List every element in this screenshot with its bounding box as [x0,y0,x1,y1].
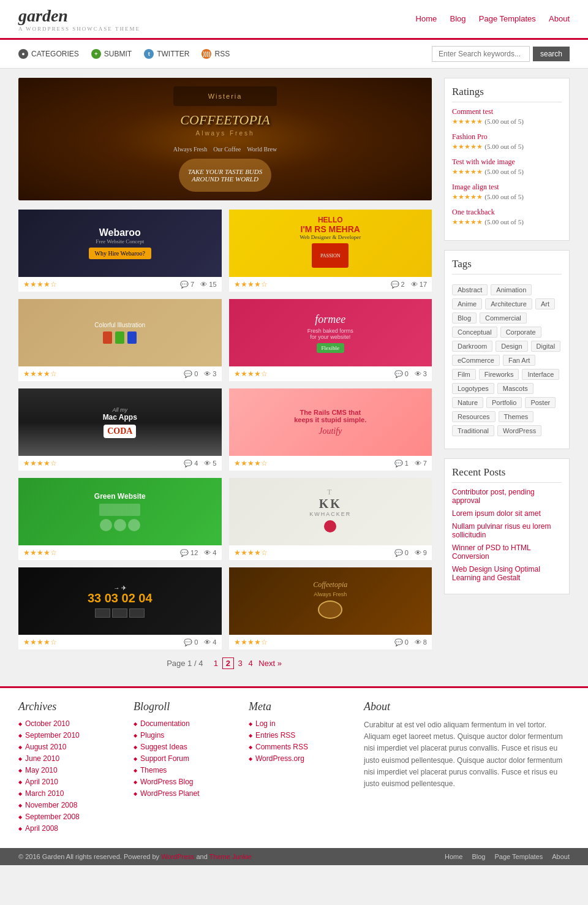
bullet-icon: ◆ [134,768,137,773]
tag-item[interactable]: Traditional [452,425,494,436]
rating-link[interactable]: Comment test [452,107,562,116]
tag-item[interactable]: Logotypes [452,383,494,394]
page-1-link[interactable]: 1 [214,659,218,668]
tag-item[interactable]: Poster [525,397,556,408]
rating-stars: ★★★★☆ [234,459,268,468]
archive-link[interactable]: ◆May 2010 [18,766,121,774]
categories-button[interactable]: ● CATEGORIES [18,49,79,59]
comment-count: 💬 0 [394,549,409,557]
list-item[interactable]: → ✈ 33 03 02 04 ★★★★☆ 💬 0 👁 4 [18,567,222,649]
blogroll-link[interactable]: ◆Documentation [134,719,236,728]
recent-post-link[interactable]: Contributor post, pending approval [452,488,562,505]
meta-link[interactable]: ◆WordPress.org [249,754,352,763]
list-item[interactable]: All my Mac Apps CODA ★★★★☆ 💬 4 👁 5 [18,388,222,471]
featured-post[interactable]: Wisteria COFFEETOPIA Always Fresh Always… [18,78,432,200]
tag-item[interactable]: Fireworks [479,369,519,380]
bottom-nav-about[interactable]: About [552,853,570,860]
meta-section: Meta ◆Log in◆Entries RSS◆Comments RSS◆Wo… [249,700,352,836]
rss-button[interactable]: )))) RSS [202,49,230,59]
nav-home[interactable]: Home [416,14,437,23]
rating-link[interactable]: Fashion Pro [452,132,562,142]
bottom-nav-home[interactable]: Home [445,853,462,860]
archive-link[interactable]: ◆March 2010 [18,789,121,798]
view-count: 👁 5 [204,460,216,467]
tag-item[interactable]: Commercial [480,312,527,324]
list-item[interactable]: formee Fresh baked formsfor your website… [229,299,432,381]
bottom-nav-page-templates[interactable]: Page Templates [495,853,543,860]
tag-item[interactable]: Portfolio [486,397,522,408]
page-3-link[interactable]: 3 [238,659,243,668]
tag-item[interactable]: Animation [491,284,532,295]
themejunkie-link[interactable]: Theme Junkie [209,853,252,860]
meta-link[interactable]: ◆Log in [249,719,352,728]
recent-post-link[interactable]: Web Design Using Optimal Learning and Ge… [452,565,562,582]
rating-link[interactable]: Test with wide image [452,157,562,167]
next-page-link[interactable]: Next » [258,659,282,668]
tag-item[interactable]: Architecture [485,298,532,309]
archive-link[interactable]: ◆August 2010 [18,743,121,751]
recent-post-link[interactable]: Lorem ipsum dolor sit amet [452,509,562,518]
tag-item[interactable]: Digital [531,341,561,352]
wordpress-link[interactable]: WordPress [161,853,194,860]
blogroll-link[interactable]: ◆Plugins [134,731,236,740]
page-4-link[interactable]: 4 [248,659,252,668]
tag-item[interactable]: Resources [452,411,496,422]
search-button[interactable]: search [533,47,570,61]
nav-blog[interactable]: Blog [450,14,466,23]
list-item[interactable]: The Rails CMS thatkeeps it stupid simple… [229,388,432,471]
tag-item[interactable]: eCommerce [452,355,500,366]
archive-link[interactable]: ◆September 2008 [18,812,121,821]
rating-stars: ★★★★★ [452,218,483,225]
archive-link[interactable]: ◆November 2008 [18,801,121,809]
search-input[interactable] [432,46,530,62]
view-count: 👁 8 [415,638,427,646]
rating-link[interactable]: One trackback [452,208,562,217]
meta-link[interactable]: ◆Comments RSS [249,743,352,751]
tag-item[interactable]: Anime [452,298,482,309]
list-item[interactable]: HELLO I'M RS MEHRA Web Designer & Develo… [229,210,432,292]
blogroll-link[interactable]: ◆Suggest Ideas [134,743,236,751]
rating-link[interactable]: Image align test [452,183,562,192]
tag-item[interactable]: Conceptual [452,327,497,338]
tag-item[interactable]: Interface [522,369,559,380]
tag-item[interactable]: Corporate [500,327,541,338]
rating-stars: ★★★★★ [452,118,483,125]
blogroll-link[interactable]: ◆Support Forum [134,754,236,763]
tag-item[interactable]: Film [452,369,476,380]
archive-link[interactable]: ◆October 2010 [18,719,121,728]
blogroll-link[interactable]: ◆WordPress Planet [134,789,236,798]
thumb-meta: ★★★★☆ 💬 7 👁 15 [18,277,222,292]
twitter-button[interactable]: t TWITTER [144,49,189,59]
archive-link[interactable]: ◆April 2010 [18,778,121,786]
header: garden A WordPress Showcase Theme Home B… [0,0,588,40]
blogroll-link[interactable]: ◆Themes [134,766,236,774]
list-item[interactable]: Colorful Illustration ★★★★☆ 💬 0 👁 3 [18,299,222,381]
tag-item[interactable]: WordPress [497,425,541,436]
list-item[interactable]: Coffeetopia Always Fresh ★★★★☆ 💬 0 👁 8 [229,567,432,649]
list-item[interactable]: T KK KWHACKER ★★★★☆ 💬 0 👁 9 [229,478,432,560]
tag-item[interactable]: Mascots [497,383,533,394]
list-item[interactable]: Webaroo Free Website Concept Why Hire We… [18,210,222,292]
bottom-nav-blog[interactable]: Blog [472,853,485,860]
nav-about[interactable]: About [549,14,570,23]
recent-post-link[interactable]: Winner of PSD to HTML Conversion [452,543,562,561]
tag-item[interactable]: Blog [452,312,477,324]
bullet-icon: ◆ [249,756,252,762]
archive-link[interactable]: ◆September 2010 [18,731,121,740]
recent-post-link[interactable]: Nullam pulvinar risus eu lorem sollicitu… [452,522,562,539]
tag-item[interactable]: Design [496,341,527,352]
main-content: Wisteria COFFEETOPIA Always Fresh Always… [0,69,588,686]
tag-item[interactable]: Fan Art [503,355,535,366]
tag-item[interactable]: Darkroom [452,341,492,352]
blogroll-link[interactable]: ◆WordPress Blog [134,778,236,786]
tag-item[interactable]: Nature [452,397,483,408]
tag-item[interactable]: Abstract [452,284,488,295]
list-item[interactable]: Green Website ★★★★☆ 💬 12 👁 4 [18,478,222,560]
nav-page-templates[interactable]: Page Templates [479,14,536,23]
meta-link[interactable]: ◆Entries RSS [249,731,352,740]
tag-item[interactable]: Themes [499,411,534,422]
archive-link[interactable]: ◆April 2008 [18,824,121,833]
tag-item[interactable]: Art [535,298,555,309]
submit-button[interactable]: + SUBMIT [91,49,132,59]
archive-link[interactable]: ◆June 2010 [18,754,121,763]
